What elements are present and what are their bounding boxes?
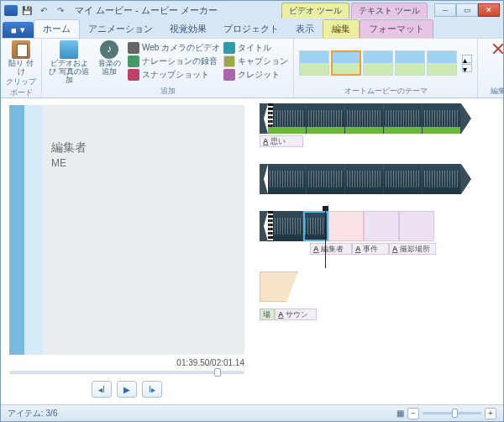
title-clip[interactable] bbox=[260, 272, 298, 302]
app-icon bbox=[4, 5, 18, 16]
caption-button[interactable]: キャプション bbox=[223, 55, 288, 67]
menu-tabs: ■▾ ホーム アニメーション 視覚効果 プロジェクト 表示 編集 フォーマット bbox=[1, 19, 503, 38]
mic-icon bbox=[128, 55, 139, 67]
caption-clip[interactable]: A編集者 bbox=[310, 243, 352, 255]
webcam-button[interactable]: Web カメラのビデオ bbox=[128, 42, 220, 54]
clip-transition-out[interactable] bbox=[461, 164, 471, 194]
caption-icon bbox=[223, 55, 235, 67]
video-clip[interactable] bbox=[268, 164, 307, 194]
timeline-pane[interactable]: A思い bbox=[253, 98, 503, 404]
theme-thumb[interactable] bbox=[331, 50, 361, 76]
zoom-control: ▦ − + bbox=[396, 408, 496, 419]
qa-redo-icon[interactable]: ↷ bbox=[53, 3, 68, 17]
audio-clip[interactable]: 場 bbox=[260, 309, 275, 320]
theme-more-up[interactable]: ▴ bbox=[462, 55, 472, 63]
playhead[interactable] bbox=[325, 209, 326, 268]
group-label-themes: オートムービーのテーマ bbox=[299, 86, 472, 98]
title-icon bbox=[223, 42, 235, 54]
preview-stripe bbox=[24, 105, 43, 355]
caption-clip[interactable]: Aサウン bbox=[275, 309, 317, 320]
ribbon-group-edit: 編集 bbox=[478, 39, 504, 98]
next-frame-button[interactable]: I▸ bbox=[142, 381, 162, 398]
clip-transition-in[interactable] bbox=[260, 164, 268, 194]
video-clip[interactable] bbox=[307, 164, 345, 194]
group-label-edit: 編集 bbox=[483, 86, 504, 98]
time-display: 01:39.50/02:01.14 bbox=[9, 358, 244, 367]
theme-thumb[interactable] bbox=[427, 50, 457, 76]
video-clip[interactable] bbox=[384, 103, 423, 134]
titlebar: 💾 ↶ ↷ マイ ムービー - ムービー メーカー ビデオ ツール テキスト ツ… bbox=[1, 1, 503, 19]
video-clip[interactable] bbox=[268, 103, 307, 134]
zoom-in-button[interactable]: + bbox=[485, 408, 496, 419]
add-music-button[interactable]: 音楽の 追加 bbox=[94, 40, 124, 76]
theme-thumb[interactable] bbox=[363, 50, 393, 76]
video-clip[interactable] bbox=[307, 103, 345, 134]
title-clip[interactable] bbox=[328, 211, 364, 241]
music-icon bbox=[100, 40, 118, 59]
seek-slider[interactable] bbox=[9, 371, 244, 374]
title-button[interactable]: タイトル bbox=[223, 42, 288, 54]
paste-button[interactable]: 貼り 付け bbox=[6, 40, 36, 76]
tab-visual-effects[interactable]: 視覚効果 bbox=[161, 20, 215, 38]
group-label-clipboard: クリップボード bbox=[6, 76, 36, 99]
context-tab-text: テキスト ツール bbox=[351, 3, 428, 18]
prev-frame-button[interactable]: ◂I bbox=[92, 381, 112, 398]
video-clip[interactable] bbox=[423, 164, 461, 194]
close-button[interactable]: ✕ bbox=[478, 3, 500, 17]
qa-undo-icon[interactable]: ↶ bbox=[36, 3, 51, 17]
tab-animation[interactable]: アニメーション bbox=[80, 20, 161, 38]
credits-button[interactable]: クレジット bbox=[223, 69, 288, 81]
theme-more-down[interactable]: ▾ bbox=[462, 64, 472, 72]
tab-edit[interactable]: 編集 bbox=[323, 19, 360, 38]
video-clip[interactable] bbox=[345, 164, 384, 194]
group-label-add: 追加 bbox=[47, 86, 288, 98]
caption-clip[interactable]: A撮影場所 bbox=[389, 243, 436, 255]
app-window: 💾 ↶ ↷ マイ ムービー - ムービー メーカー ビデオ ツール テキスト ツ… bbox=[0, 0, 504, 422]
theme-thumb[interactable] bbox=[395, 50, 425, 76]
video-clip[interactable] bbox=[268, 211, 303, 241]
zoom-out-button[interactable]: − bbox=[407, 408, 419, 419]
credits-icon bbox=[223, 69, 235, 81]
video-clip[interactable] bbox=[345, 103, 384, 134]
add-media-button[interactable]: ビデオおよび 写真の追加 bbox=[47, 40, 91, 85]
maximize-button[interactable]: ▭ bbox=[456, 3, 478, 17]
track-row: A思い bbox=[260, 103, 496, 147]
qa-save-icon[interactable]: 💾 bbox=[19, 3, 34, 17]
tab-format[interactable]: フォーマット bbox=[360, 19, 433, 38]
tab-home[interactable]: ホーム bbox=[34, 19, 80, 38]
zoom-thumb[interactable] bbox=[452, 409, 458, 418]
workspace: 編集者 ME 01:39.50/02:01.14 ◂I ▶ I▸ bbox=[1, 98, 503, 404]
preview-title: 編集者 bbox=[51, 140, 238, 156]
zoom-slider[interactable] bbox=[423, 412, 481, 414]
title-clip[interactable] bbox=[364, 211, 399, 241]
delete-button[interactable] bbox=[483, 40, 504, 57]
tab-view[interactable]: 表示 bbox=[287, 20, 323, 38]
track-row bbox=[260, 164, 496, 194]
theme-thumb[interactable] bbox=[299, 50, 329, 76]
ribbon-group-themes: ▴ ▾ オートムービーのテーマ bbox=[294, 39, 478, 98]
caption-clip[interactable]: A思い bbox=[260, 135, 303, 147]
context-tab-video: ビデオ ツール bbox=[281, 3, 349, 18]
status-items: アイテム: 3/6 bbox=[8, 408, 57, 419]
file-tab[interactable]: ■▾ bbox=[3, 22, 34, 38]
clip-transition-out[interactable] bbox=[461, 103, 471, 134]
preview-viewport: 編集者 ME bbox=[9, 105, 244, 355]
clip-transition-in[interactable] bbox=[260, 103, 268, 134]
video-clip[interactable] bbox=[423, 103, 461, 134]
tab-project[interactable]: プロジェクト bbox=[215, 20, 287, 38]
seek-thumb[interactable] bbox=[214, 368, 221, 377]
snapshot-icon bbox=[128, 69, 139, 81]
preview-subtitle: ME bbox=[51, 157, 238, 169]
photo-icon bbox=[60, 40, 78, 59]
caption-clip[interactable]: A事件 bbox=[352, 243, 389, 255]
video-clip[interactable] bbox=[384, 164, 423, 194]
snapshot-button[interactable]: スナップショット bbox=[128, 69, 220, 81]
minimize-button[interactable]: ─ bbox=[434, 3, 456, 17]
play-button[interactable]: ▶ bbox=[117, 381, 137, 398]
camera-icon bbox=[128, 42, 139, 54]
preview-pane: 編集者 ME 01:39.50/02:01.14 ◂I ▶ I▸ bbox=[1, 98, 253, 404]
clip-transition-in[interactable] bbox=[260, 211, 268, 241]
narration-button[interactable]: ナレーションの録音 bbox=[128, 55, 220, 67]
view-thumbs-icon[interactable]: ▦ bbox=[396, 409, 404, 418]
title-clip[interactable] bbox=[399, 211, 434, 241]
